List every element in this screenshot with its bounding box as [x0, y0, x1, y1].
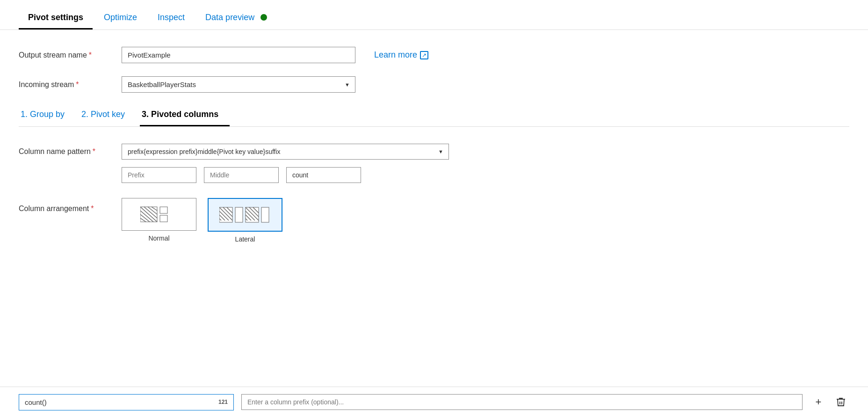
svg-rect-25 [261, 207, 269, 222]
output-stream-name-row: Output stream name* Learn more ↗ [19, 47, 849, 63]
expression-badge: 121 [218, 399, 228, 405]
external-link-icon: ↗ [420, 51, 428, 59]
arrangement-normal-label: Normal [148, 234, 169, 242]
add-button[interactable]: + [810, 394, 827, 410]
column-name-pattern-select[interactable]: prefix{expression prefix}middle{Pivot ke… [122, 144, 449, 160]
arrangement-lateral-option[interactable]: Lateral [208, 198, 282, 243]
required-star-incoming: * [76, 80, 79, 88]
svg-rect-9 [160, 215, 167, 222]
lateral-hatch-icon [219, 205, 271, 224]
output-stream-name-label: Output stream name* [19, 51, 122, 59]
expression-value: count() [25, 398, 47, 406]
required-star-arrangement: * [91, 205, 94, 212]
output-stream-name-input[interactable] [122, 47, 355, 63]
arrangement-lateral-card[interactable] [208, 198, 282, 232]
sub-tab-pivoted-columns[interactable]: 3. Pivoted columns [140, 106, 230, 126]
sub-inputs-row [122, 167, 449, 183]
tab-optimize[interactable]: Optimize [94, 13, 146, 29]
incoming-stream-row: Incoming stream* BasketballPlayerStats [19, 76, 849, 93]
tab-pivot-settings[interactable]: Pivot settings [19, 13, 93, 29]
arrangement-lateral-label: Lateral [235, 235, 255, 243]
data-preview-dot [260, 14, 267, 21]
arrangement-normal-option[interactable]: Normal [122, 198, 196, 243]
arrangement-options: Normal [122, 198, 282, 243]
middle-input[interactable] [204, 167, 279, 183]
incoming-stream-label: Incoming stream* [19, 80, 122, 89]
required-star-pattern: * [93, 147, 95, 155]
column-prefix-input[interactable] [241, 394, 803, 410]
normal-hatch-icon [140, 205, 178, 224]
bottom-actions: + [810, 394, 849, 410]
learn-more-link[interactable]: Learn more ↗ [374, 50, 428, 60]
incoming-stream-wrapper: BasketballPlayerStats [122, 76, 355, 93]
trash-icon [835, 396, 846, 408]
top-tabs-container: Pivot settings Optimize Inspect Data pre… [0, 0, 868, 30]
main-content: Output stream name* Learn more ↗ Incomin… [0, 30, 868, 267]
delete-button[interactable] [832, 394, 849, 410]
column-name-pattern-section: Column name pattern* prefix{expression p… [19, 144, 849, 183]
normal-arrangement-svg [140, 205, 178, 224]
arrangement-normal-card[interactable] [122, 198, 196, 231]
lateral-arrangement-svg [219, 205, 271, 224]
column-arrangement-label: Column arrangement* [19, 198, 122, 213]
tab-data-preview[interactable]: Data preview [196, 13, 276, 29]
incoming-stream-select[interactable]: BasketballPlayerStats [122, 76, 355, 93]
svg-rect-8 [160, 207, 167, 213]
suffix-input[interactable] [286, 167, 361, 183]
column-name-pattern-content: prefix{expression prefix}middle{Pivot ke… [122, 144, 449, 183]
expression-input-container[interactable]: count() 121 [19, 394, 234, 410]
column-name-pattern-label: Column name pattern* [19, 144, 122, 156]
sub-tab-pivot-key[interactable]: 2. Pivot key [80, 106, 136, 126]
tab-inspect[interactable]: Inspect [148, 13, 194, 29]
required-star-output: * [89, 51, 92, 59]
svg-rect-17 [235, 207, 243, 222]
prefix-input[interactable] [122, 167, 196, 183]
sub-tab-group-by[interactable]: 1. Group by [19, 106, 76, 126]
column-arrangement-section: Column arrangement* [19, 198, 849, 243]
pattern-select-wrapper: prefix{expression prefix}middle{Pivot ke… [122, 144, 449, 160]
bottom-bar: count() 121 + [0, 387, 868, 417]
sub-tabs-container: 1. Group by 2. Pivot key 3. Pivoted colu… [19, 106, 849, 127]
